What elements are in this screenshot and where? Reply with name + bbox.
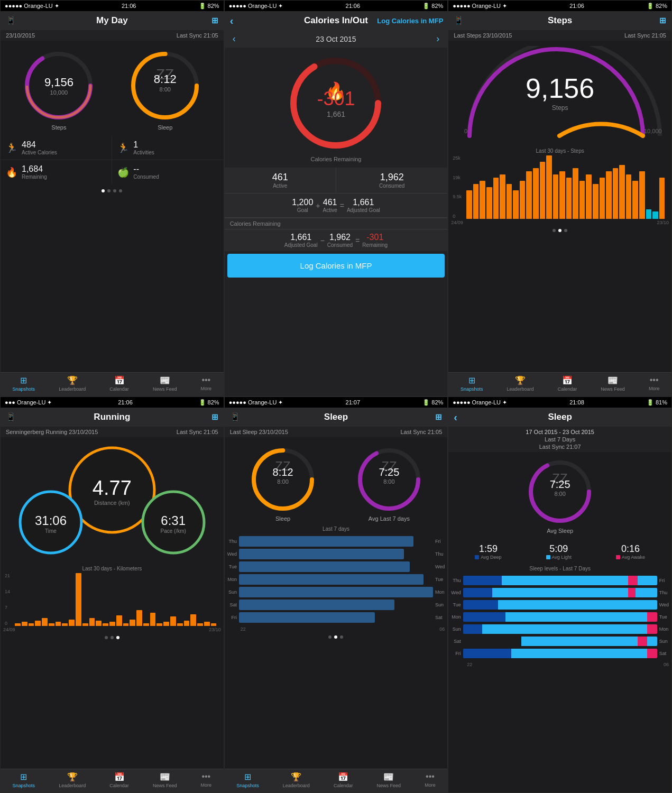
leaderboard-icon-3: 🏆 bbox=[515, 375, 526, 385]
y-0: 0 bbox=[453, 214, 462, 219]
sleep-detail-gauge-text: 7:25 8:00 bbox=[550, 478, 570, 497]
log-calories-btn[interactable]: Log Calories in MFP bbox=[227, 254, 445, 278]
status-bar-4: ●●● Orange-LU ✦ 21:06 🔋 82% bbox=[1, 397, 224, 408]
steps-circle: 9,156 10,000 Steps bbox=[22, 49, 96, 131]
my-day-circles: 9,156 10,000 Steps ZZ bbox=[1, 41, 224, 133]
rbar-30 bbox=[211, 623, 217, 626]
sleep-deep-lbl: Avg Deep bbox=[475, 555, 501, 560]
cal-result-eq-col: 1,661 Adjusted Goal bbox=[347, 198, 380, 213]
nav-calendar-4[interactable]: 📅 Calendar bbox=[109, 772, 129, 788]
sleep-chart-title: Last 7 days bbox=[225, 524, 448, 533]
sleep-levels-wrap: Thu Wed Tue Mon Sun Sat Fri bbox=[448, 573, 671, 661]
steps-bars-wrap bbox=[464, 155, 667, 219]
sleep-detail-x-spacer bbox=[472, 662, 664, 667]
dot-3 bbox=[113, 189, 116, 192]
nav-leaderboard-3[interactable]: 🏆 Leaderboard bbox=[507, 375, 534, 392]
nav-more-1[interactable]: ••• More bbox=[201, 375, 212, 392]
y-21: 21 bbox=[5, 573, 10, 578]
sleep-avg-sub: 8:00 bbox=[379, 478, 399, 485]
panel-running: ●●● Orange-LU ✦ 21:06 🔋 82% 📱 Running ⊞ … bbox=[0, 396, 224, 793]
nav-leaderboard-label-4: Leaderboard bbox=[59, 783, 86, 788]
grid-icon-3[interactable]: ⊞ bbox=[659, 16, 666, 25]
sleep-awake-val: 0:16 bbox=[616, 543, 645, 555]
cal-active-eq-lbl: Active bbox=[323, 207, 337, 213]
svg-text:0: 0 bbox=[464, 128, 467, 134]
nav-leaderboard-4[interactable]: 🏆 Leaderboard bbox=[59, 772, 86, 788]
sleep-levels-bars bbox=[463, 576, 657, 658]
rbar-10 bbox=[76, 573, 81, 626]
slevel-rday-tue: Tue bbox=[657, 612, 669, 622]
light2-wed bbox=[636, 588, 657, 597]
light-tue bbox=[498, 600, 638, 610]
nav-calendar-label-3: Calendar bbox=[558, 386, 577, 392]
status-battery-5: 🔋 82% bbox=[422, 399, 443, 406]
grid-icon-4[interactable]: ⊞ bbox=[211, 412, 218, 422]
sleep-day-tue: Tue bbox=[227, 561, 239, 572]
bar-16 bbox=[566, 178, 572, 219]
device-icon-3: 📱 bbox=[454, 16, 464, 25]
calories-content: ‹ 23 Oct 2015 › 🔥 -301 1,661 C bbox=[225, 30, 448, 396]
nav-newsfeed-5[interactable]: 📰 News Feed bbox=[377, 772, 401, 788]
my-day-content: 9,156 10,000 Steps ZZ bbox=[1, 41, 224, 372]
slevel-wed: Wed bbox=[451, 588, 463, 597]
nav-snapshots-5[interactable]: ⊞ Snapshots bbox=[236, 772, 259, 788]
back-btn-sleep[interactable]: ‹ bbox=[454, 411, 457, 423]
sleep-main-val: 8:12 bbox=[273, 466, 293, 478]
cal-prev-btn[interactable]: ‹ bbox=[233, 33, 236, 44]
sleep-avg-text: 7:25 8:00 bbox=[379, 466, 399, 485]
sleep-rday-fri: Fri bbox=[433, 536, 445, 547]
remaining-cell: 🔥 1,684 Remaining bbox=[1, 160, 112, 184]
nav-calendar-5[interactable]: 📅 Calendar bbox=[334, 772, 353, 788]
awake-thu bbox=[628, 576, 638, 585]
nav-calendar-3[interactable]: 📅 Calendar bbox=[558, 375, 577, 392]
sleep-bar-tue bbox=[239, 561, 410, 572]
awake-sat bbox=[638, 637, 647, 646]
slevel-thu: Thu bbox=[451, 576, 463, 585]
steps-dot-1 bbox=[553, 229, 556, 232]
y-19k: 19k bbox=[453, 175, 462, 180]
nav-snapshots-1[interactable]: ⊞ Snapshots bbox=[13, 375, 35, 392]
cal-adj-val: 1,661 bbox=[284, 233, 318, 242]
more-icon-1: ••• bbox=[201, 375, 210, 385]
rbar-19 bbox=[136, 610, 142, 626]
remaining-icon: 🔥 bbox=[6, 167, 17, 178]
cal-next-btn[interactable]: › bbox=[436, 33, 439, 44]
svg-text:10,000: 10,000 bbox=[644, 128, 662, 134]
bar-29 bbox=[652, 211, 658, 219]
sleep-day-mon: Mon bbox=[227, 574, 239, 585]
nav-leaderboard-label-1: Leaderboard bbox=[59, 386, 86, 392]
nav-snapshots-4[interactable]: ⊞ Snapshots bbox=[13, 772, 35, 788]
sleep-light-lbl: Avg Light bbox=[546, 555, 572, 560]
y-25k: 25k bbox=[453, 155, 462, 161]
bar-1 bbox=[466, 190, 472, 219]
nav-leaderboard-5[interactable]: 🏆 Leaderboard bbox=[283, 772, 310, 788]
nav-snapshots-3[interactable]: ⊞ Snapshots bbox=[461, 375, 483, 392]
dot-1 bbox=[102, 189, 105, 192]
grid-icon-1[interactable]: ⊞ bbox=[211, 16, 218, 25]
nav-more-5[interactable]: ••• More bbox=[425, 772, 436, 788]
light2-tue bbox=[638, 600, 657, 610]
nav-more-4[interactable]: ••• More bbox=[201, 772, 212, 788]
help-btn-cal[interactable]: Log Calories in MFP bbox=[377, 17, 443, 25]
sleep-deep-val: 1:59 bbox=[475, 543, 501, 555]
grid-icon-5[interactable]: ⊞ bbox=[435, 412, 442, 422]
nav-newsfeed-4[interactable]: 📰 News Feed bbox=[153, 772, 177, 788]
back-btn-cal[interactable]: ‹ bbox=[230, 15, 234, 27]
steps-x-left: 24/09 bbox=[451, 220, 463, 225]
cal-active-stat: 461 Active bbox=[225, 168, 336, 193]
more-icon-3: ••• bbox=[650, 375, 659, 385]
sleep-main-text: 8:12 8:00 bbox=[273, 466, 293, 485]
bar-2 bbox=[473, 184, 479, 219]
running-chart-x: 24/09 23/10 bbox=[1, 626, 224, 633]
slevel-sun: Sun bbox=[451, 624, 463, 634]
nav-more-3[interactable]: ••• More bbox=[649, 375, 660, 392]
slevel-rday-thu: Thu bbox=[657, 588, 669, 597]
steps-dot-2 bbox=[558, 229, 561, 232]
sleep-avg-lbl: Avg Last 7 days bbox=[369, 515, 410, 522]
nav-leaderboard-1[interactable]: 🏆 Leaderboard bbox=[59, 375, 86, 392]
nav-newsfeed-3[interactable]: 📰 News Feed bbox=[601, 375, 625, 392]
nav-calendar-1[interactable]: 📅 Calendar bbox=[109, 375, 129, 392]
nav-newsfeed-1[interactable]: 📰 News Feed bbox=[153, 375, 177, 392]
steps-chart-x: 24/09 23/10 bbox=[448, 219, 671, 226]
rbar-13 bbox=[96, 621, 102, 626]
